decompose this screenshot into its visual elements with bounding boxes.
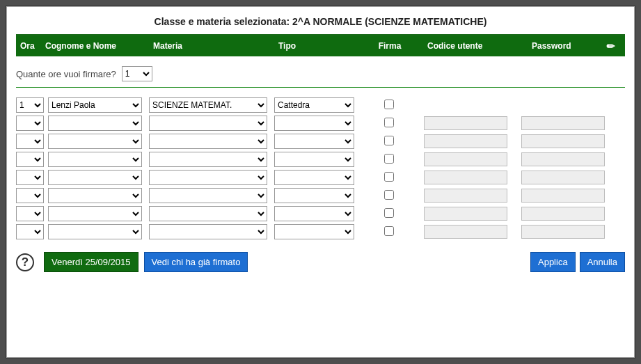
firma-checkbox[interactable] bbox=[384, 136, 394, 145]
nome-select[interactable] bbox=[48, 188, 142, 203]
edit-icon[interactable]: ✎ bbox=[604, 39, 618, 53]
nome-select[interactable] bbox=[48, 224, 142, 239]
codice-input[interactable] bbox=[424, 225, 507, 239]
materia-select[interactable]: SCIENZE MATEMAT. bbox=[149, 97, 267, 113]
ora-select[interactable] bbox=[16, 116, 44, 131]
materia-select[interactable] bbox=[149, 224, 267, 239]
tipo-select[interactable] bbox=[274, 170, 354, 185]
ora-select[interactable] bbox=[16, 224, 44, 239]
ora-select[interactable] bbox=[16, 188, 44, 203]
firma-checkbox[interactable] bbox=[384, 190, 394, 200]
password-input[interactable] bbox=[521, 189, 605, 203]
codice-input[interactable] bbox=[424, 116, 507, 130]
materia-select[interactable] bbox=[149, 152, 267, 167]
nome-select[interactable]: Lenzi Paola bbox=[48, 97, 142, 113]
tipo-select[interactable]: Cattedra bbox=[274, 97, 354, 113]
tipo-select[interactable] bbox=[274, 224, 354, 239]
footer: ? Venerdì 25/09/2015 Vedi chi ha già fir… bbox=[16, 252, 625, 272]
password-input[interactable] bbox=[521, 225, 605, 239]
materia-select[interactable] bbox=[149, 134, 267, 149]
ora-select[interactable]: 1 bbox=[16, 97, 44, 113]
codice-input[interactable] bbox=[424, 207, 507, 221]
firma-checkbox[interactable] bbox=[384, 226, 394, 236]
firma-checkbox[interactable] bbox=[384, 118, 394, 127]
password-input[interactable] bbox=[521, 134, 605, 148]
firma-checkbox[interactable] bbox=[384, 154, 394, 164]
ora-select[interactable] bbox=[16, 206, 44, 221]
password-input[interactable] bbox=[521, 152, 605, 166]
col-codice: Codice utente bbox=[411, 41, 515, 51]
codice-input[interactable] bbox=[424, 134, 507, 148]
firma-cell bbox=[368, 154, 410, 166]
table-row bbox=[16, 170, 625, 185]
password-input[interactable] bbox=[521, 171, 605, 184]
materia-select[interactable] bbox=[149, 170, 267, 185]
rows-container: 1Lenzi PaolaSCIENZE MATEMAT.Cattedra bbox=[16, 97, 625, 239]
materia-select[interactable] bbox=[149, 188, 267, 203]
hours-row: Quante ore vuoi firmare? 1 bbox=[16, 66, 625, 81]
ora-select[interactable] bbox=[16, 170, 44, 185]
nome-select[interactable] bbox=[48, 116, 142, 131]
firma-checkbox[interactable] bbox=[384, 208, 394, 218]
nome-select[interactable] bbox=[48, 134, 142, 149]
ora-select[interactable] bbox=[16, 134, 44, 149]
firma-checkbox[interactable] bbox=[384, 100, 394, 109]
codice-input[interactable] bbox=[424, 171, 507, 184]
ora-select[interactable] bbox=[16, 152, 44, 167]
nome-select[interactable] bbox=[48, 206, 142, 221]
hours-select[interactable]: 1 bbox=[122, 66, 152, 81]
tipo-select[interactable] bbox=[274, 152, 354, 167]
firma-cell bbox=[368, 226, 410, 238]
col-materia: Materia bbox=[153, 41, 278, 51]
password-input[interactable] bbox=[521, 207, 605, 221]
tipo-select[interactable] bbox=[274, 206, 354, 221]
firma-cell bbox=[368, 172, 410, 184]
codice-input[interactable] bbox=[424, 189, 507, 203]
col-password: Password bbox=[515, 41, 592, 51]
table-row bbox=[16, 206, 625, 221]
applica-button[interactable]: Applica bbox=[530, 252, 576, 272]
table-row bbox=[16, 224, 625, 239]
divider-mid bbox=[16, 87, 625, 88]
tipo-select[interactable] bbox=[274, 188, 354, 203]
nome-select[interactable] bbox=[48, 152, 142, 167]
tipo-select[interactable] bbox=[274, 116, 354, 131]
table-row bbox=[16, 188, 625, 203]
firma-cell bbox=[368, 208, 410, 220]
firma-cell bbox=[368, 100, 410, 111]
col-nome: Cognome e Nome bbox=[45, 41, 153, 51]
table-row bbox=[16, 152, 625, 167]
main-frame: Classe e materia selezionata: 2^A NORMAL… bbox=[6, 6, 635, 358]
firma-checkbox[interactable] bbox=[384, 172, 394, 182]
annulla-button[interactable]: Annulla bbox=[580, 252, 625, 272]
codice-input[interactable] bbox=[424, 152, 507, 166]
hours-label: Quante ore vuoi firmare? bbox=[16, 69, 116, 79]
page-title: Classe e materia selezionata: 2^A NORMAL… bbox=[16, 16, 625, 27]
tipo-select[interactable] bbox=[274, 134, 354, 149]
help-icon[interactable]: ? bbox=[16, 253, 34, 271]
col-ora: Ora bbox=[20, 41, 45, 51]
table-row bbox=[16, 134, 625, 149]
col-firma: Firma bbox=[369, 41, 411, 51]
materia-select[interactable] bbox=[149, 206, 267, 221]
table-row bbox=[16, 116, 625, 131]
password-input[interactable] bbox=[521, 116, 605, 130]
firma-cell bbox=[368, 190, 410, 202]
table-row: 1Lenzi PaolaSCIENZE MATEMAT.Cattedra bbox=[16, 97, 625, 113]
materia-select[interactable] bbox=[149, 116, 267, 131]
col-tipo: Tipo bbox=[278, 41, 369, 51]
nome-select[interactable] bbox=[48, 170, 142, 185]
vedi-button[interactable]: Vedi chi ha già firmato bbox=[144, 252, 248, 272]
date-button[interactable]: Venerdì 25/09/2015 bbox=[44, 252, 139, 272]
table-header: Ora Cognome e Nome Materia Tipo Firma Co… bbox=[16, 35, 625, 56]
firma-cell bbox=[368, 136, 410, 148]
firma-cell bbox=[368, 118, 410, 129]
